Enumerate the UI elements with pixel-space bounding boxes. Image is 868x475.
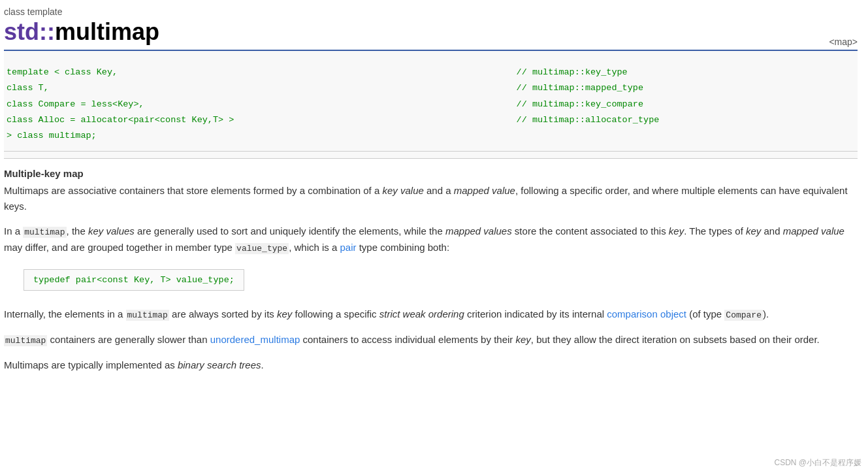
section-heading: Multiple-key map	[4, 168, 858, 179]
class-template-label: class template	[4, 7, 858, 17]
italic-mapped-value-2: mapped value	[783, 225, 844, 237]
italic-mapped-values: mapped values	[445, 225, 512, 237]
italic-key-4: key	[515, 334, 530, 345]
italic-key-values: key values	[88, 225, 135, 237]
comparison-object-link[interactable]: comparison object	[607, 308, 686, 319]
italic-strict-weak-ordering: strict weak ordering	[379, 308, 464, 319]
inline-value-type: value_type	[235, 243, 289, 254]
paragraph-4: multimap containers are generally slower…	[4, 332, 858, 348]
page-title: std::multimap	[4, 18, 159, 46]
typedef-container: typedef pair<const Key, T> value_type;	[4, 263, 858, 297]
inline-multimap-1: multimap	[23, 227, 66, 238]
italic-key-2: key	[746, 225, 761, 237]
italic-mapped-value: mapped value	[454, 185, 515, 196]
typedef-box: typedef pair<const Key, T> value_type;	[24, 269, 244, 291]
inline-multimap-3: multimap	[4, 335, 47, 346]
italic-key-value: key value	[382, 185, 423, 196]
page-wrapper: class template std::multimap <map> templ…	[4, 7, 858, 373]
code-row-4: class Alloc = allocator<pair<const Key,T…	[5, 113, 856, 127]
inline-multimap-2: multimap	[126, 310, 169, 321]
paragraph-1: Multimaps are associative containers tha…	[4, 183, 858, 214]
namespace-prefix: std::	[4, 18, 55, 45]
paragraph-2: In a multimap, the key values are genera…	[4, 223, 858, 256]
code-row-1: template < class Key, // multimap::key_t…	[5, 65, 856, 80]
paragraph-5: Multimaps are typically implemented as b…	[4, 357, 858, 373]
code-row-5: > class multimap;	[5, 129, 856, 143]
code-row-2: class T, // multimap::mapped_type	[5, 81, 856, 95]
italic-key-1: key	[669, 225, 684, 237]
code-row-3: class Compare = less<Key>, // multimap::…	[5, 97, 856, 112]
italic-binary-search-trees: binary search trees	[178, 359, 261, 370]
code-table: template < class Key, // multimap::key_t…	[4, 57, 858, 152]
unordered-multimap-link[interactable]: unordered_multimap	[210, 334, 300, 345]
inline-compare: Compare	[724, 310, 763, 321]
template-code-block: template < class Key, // multimap::key_t…	[4, 51, 858, 159]
italic-key-3: key	[277, 308, 292, 319]
pair-link[interactable]: pair	[340, 242, 357, 253]
map-link[interactable]: <map>	[829, 37, 858, 47]
title-row: std::multimap <map>	[4, 18, 858, 51]
paragraph-3: Internally, the elements in a multimap a…	[4, 306, 858, 323]
